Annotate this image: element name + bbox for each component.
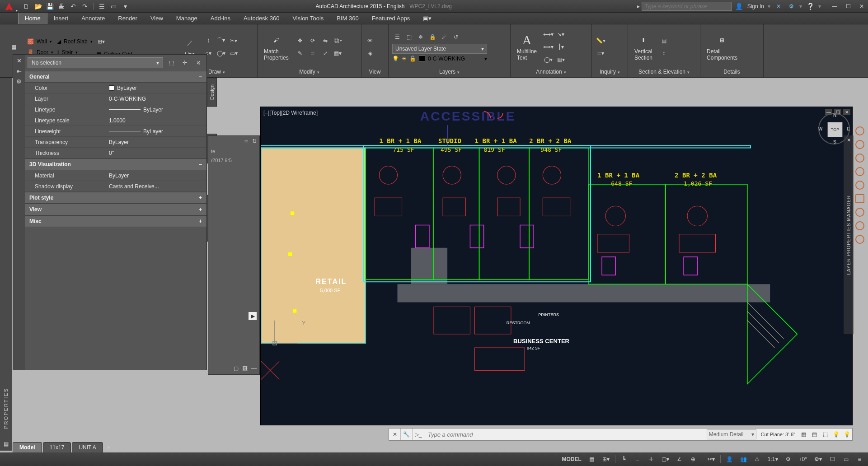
aux-sort-icon[interactable]: ⇅ <box>252 138 257 144</box>
status-monitor-icon[interactable]: 🖵 <box>827 454 837 464</box>
aux-pic-icon[interactable]: 🖼 <box>242 365 248 372</box>
panel-section-label[interactable]: Section & Elevation <box>638 69 690 75</box>
signin-label[interactable]: Sign In <box>747 3 764 9</box>
list-icon[interactable]: ≣▾ <box>596 48 605 58</box>
nav-orbit-icon[interactable] <box>855 167 864 176</box>
minimize-button[interactable]: — <box>828 2 841 11</box>
cut-plane-label[interactable]: Cut Plane: 3'-6" <box>758 432 798 437</box>
display-config-combo[interactable]: Medium Detail▾ <box>707 429 756 439</box>
status-scale[interactable]: 1:1▾ <box>766 454 780 464</box>
status-sc-icon[interactable]: ✂▾ <box>706 454 717 464</box>
redo-icon[interactable]: ↷ <box>80 1 90 11</box>
dim3-icon[interactable]: ┃▾ <box>556 42 566 52</box>
section-general[interactable]: General− <box>25 71 206 83</box>
prop-color[interactable]: ColorByLayer <box>25 83 206 93</box>
help-search-input[interactable] <box>642 2 732 11</box>
tab-11x17[interactable]: 11x17 <box>43 442 71 452</box>
lpm-close-icon[interactable]: ✕ <box>847 137 851 143</box>
status-p3-icon[interactable]: ⚠ <box>752 454 762 464</box>
status-gear-icon[interactable]: ⚙ <box>784 454 793 464</box>
signin-icon[interactable]: 👤 <box>735 2 744 11</box>
prop-thickness[interactable]: Thickness0" <box>25 148 206 158</box>
arc-icon[interactable]: ⌒▾ <box>216 36 226 46</box>
matchprops-button[interactable]: 🖌Match Properties <box>261 32 291 62</box>
mirror-icon[interactable]: ⇋ <box>320 36 330 46</box>
close-button[interactable]: ✕ <box>855 2 868 11</box>
drawing-viewport[interactable]: [–][Top][2D Wireframe] — ☐ ✕ <box>260 107 853 425</box>
view-hide-icon[interactable]: 👁 <box>365 36 375 46</box>
layer-properties-manager-tab[interactable]: ✕ LAYER PROPERTIES MANAGER <box>844 135 854 334</box>
panel-modify-label[interactable]: Modify <box>299 69 319 75</box>
properties-toggle-icon[interactable]: ▤ <box>4 441 9 447</box>
section-icon[interactable]: ▤ <box>659 36 669 46</box>
nav-rect-icon[interactable] <box>855 194 864 203</box>
array-icon[interactable]: ▦▾ <box>333 48 343 58</box>
prop-shadow[interactable]: Shadow displayCasts and Receive... <box>25 181 206 192</box>
panel-inquiry-label[interactable]: Inquiry <box>600 69 620 75</box>
wall-button[interactable]: 🧱Wall▾ <box>27 38 53 45</box>
elev-icon[interactable]: ↕ <box>659 48 669 58</box>
vtab-design[interactable]: Design <box>207 78 217 107</box>
new-icon[interactable]: 🗋 <box>21 1 32 11</box>
palette-pin-icon[interactable]: ⇤ <box>17 68 22 75</box>
tab-addins[interactable]: Add-ins <box>204 13 237 24</box>
copy-icon[interactable]: ⿻▾ <box>333 36 343 46</box>
prop-transparency[interactable]: TransparencyByLayer <box>25 137 206 148</box>
tab-extra-icon[interactable]: ▣▾ <box>417 13 438 24</box>
undo-icon[interactable]: ↶ <box>68 1 79 11</box>
quickselect-icon[interactable]: ⬚ <box>166 57 177 68</box>
print-icon[interactable]: 🖶 <box>56 1 67 11</box>
grid-icon[interactable]: ⊞▾ <box>96 37 106 47</box>
tab-home[interactable]: Home <box>18 13 47 24</box>
command-input[interactable] <box>424 431 707 438</box>
palette-gear-icon[interactable]: ⚙ <box>16 78 22 85</box>
nav-show-icon[interactable] <box>855 181 864 190</box>
cmd-i3-icon[interactable]: ⬚ <box>821 430 829 438</box>
section-misc[interactable]: Misc+ <box>25 215 206 227</box>
status-polar-icon[interactable]: ✛ <box>646 454 656 464</box>
status-grid-icon[interactable]: ▦ <box>587 454 597 464</box>
prop-ltscale[interactable]: Linetype scale1.0000 <box>25 115 206 126</box>
dim-icon[interactable]: ⟷▾ <box>543 29 553 39</box>
cmd-i1-icon[interactable]: ▦ <box>799 430 807 438</box>
polyline-icon[interactable]: ⌇ <box>203 36 213 46</box>
pickadd-icon[interactable]: ⤮ <box>193 57 204 68</box>
cmd-i5-icon[interactable]: 💡 <box>843 430 851 438</box>
layerlock-icon[interactable]: 🔒 <box>427 32 437 42</box>
layermatch-icon[interactable]: ☄ <box>439 32 449 42</box>
cmd-i2-icon[interactable]: ▤ <box>810 430 818 438</box>
section-3d[interactable]: 3D Visualization− <box>25 158 206 170</box>
nav-extra2-icon[interactable] <box>855 221 864 230</box>
palette-close-icon[interactable]: ✕ <box>17 57 22 64</box>
viewcube-face[interactable]: TOP <box>827 122 843 137</box>
status-angle[interactable]: +0° <box>797 454 809 464</box>
prop-lineweight[interactable]: LineweightByLayer <box>25 126 206 137</box>
tab-autodesk360[interactable]: Autodesk 360 <box>237 13 286 24</box>
nav-extra3-icon[interactable] <box>855 235 864 244</box>
nav-extra1-icon[interactable] <box>855 208 864 217</box>
tab-manage[interactable]: Manage <box>170 13 204 24</box>
mtext-button[interactable]: AMultiline Text <box>514 32 540 62</box>
tab-bim360[interactable]: BIM 360 <box>330 13 365 24</box>
status-dyn-icon[interactable]: ⊕ <box>688 454 698 464</box>
selection-combo[interactable]: No selection▾ <box>28 57 163 68</box>
layer-icon[interactable]: ☰ <box>96 1 107 11</box>
tab-visiontools[interactable]: Vision Tools <box>286 13 330 24</box>
properties-palette-title[interactable]: PROPERTIES <box>3 388 9 429</box>
selectobjects-icon[interactable]: ✛ <box>179 57 190 68</box>
tab-add-icon[interactable]: + <box>104 443 114 452</box>
open-icon[interactable]: 📂 <box>33 1 43 11</box>
cmd-close-icon[interactable]: ✕ <box>389 429 401 440</box>
save-icon[interactable]: 💾 <box>44 1 55 11</box>
prop-linetype[interactable]: LinetypeByLayer <box>25 104 206 115</box>
rotate-icon[interactable]: ⟳ <box>308 36 318 46</box>
layerprev-icon[interactable]: ↺ <box>451 32 461 42</box>
cmd-options-icon[interactable]: 🔧 <box>401 429 413 440</box>
tab-model[interactable]: Model <box>13 442 42 452</box>
vertical-section-button[interactable]: ⬆Vertical Section <box>632 32 655 62</box>
tab-insert[interactable]: Insert <box>47 13 75 24</box>
detail-components-button[interactable]: ⊞Detail Components <box>704 32 740 62</box>
inquiry-icon[interactable]: 📏▾ <box>596 36 605 46</box>
leader-icon[interactable]: ↘▾ <box>556 29 566 39</box>
trim-icon[interactable]: ✂▾ <box>229 36 239 46</box>
